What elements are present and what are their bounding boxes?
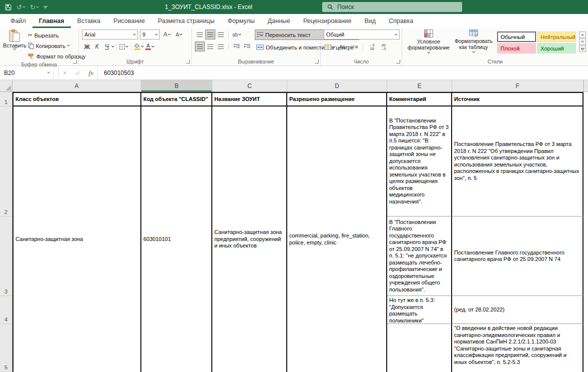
cell-e4[interactable]: Но тут же в п. 5.3: "Допускается размеща… [387,296,452,324]
row-header-4[interactable]: 4 [0,296,12,324]
row-header-5[interactable]: 5 [0,324,12,372]
cell-a1[interactable]: Класс объектов [12,92,141,106]
cell-f3[interactable]: Постановление Главного государственного … [452,216,584,296]
row-header-1[interactable]: 1 [0,92,12,106]
align-bottom-button[interactable] [216,30,226,40]
align-top-button[interactable] [195,30,205,40]
name-box[interactable]: B20 [0,66,54,80]
cell-f4[interactable]: (ред. от 28.02.2022) [452,296,584,324]
tab-file[interactable]: Файл [4,14,32,28]
column-header-d[interactable]: D [287,80,387,92]
formula-input[interactable]: 603010503 [97,66,588,80]
italic-button[interactable]: К [92,42,102,52]
insert-function-button[interactable]: fx [84,66,97,80]
redo-button[interactable]: ↻ [30,4,38,11]
column-header-f[interactable]: F [452,80,584,92]
dialog-launcher-icon[interactable] [73,60,77,64]
chevron-down-icon [395,32,398,36]
cell-f1[interactable]: Источник [452,92,584,106]
row-header-3[interactable]: 3 [0,216,12,296]
font-name-combobox[interactable]: Arial [82,30,138,40]
select-all-corner[interactable] [0,80,12,92]
percent-style-button[interactable]: % [338,42,348,52]
cell-d1[interactable]: Разрешено размещение [287,92,387,106]
dialog-launcher-icon[interactable] [315,60,319,64]
bold-button[interactable]: Ж [82,42,92,52]
format-painter-button[interactable]: Формат по образцу [26,51,87,62]
cell-a2-merged[interactable]: Санитарно-защитная зона [12,106,141,372]
tab-insert[interactable]: Вставка [71,14,107,28]
shrink-font-button[interactable]: А [174,30,184,40]
tab-page-layout[interactable]: Разметка страницы [151,14,221,28]
number-format-combobox[interactable]: Общий [324,30,400,40]
borders-button[interactable] [118,42,129,52]
undo-button[interactable]: ↺ [16,4,25,11]
styles-group: Условное форматирование Форматировать ка… [402,28,588,66]
style-chip-good[interactable]: Хороший [537,43,576,54]
align-center-button[interactable] [205,42,215,52]
formula-bar-handle[interactable] [54,66,58,80]
chevron-up-icon [168,34,171,36]
cell-e5[interactable] [387,324,452,372]
tab-help[interactable]: Справка [382,14,420,28]
search-input[interactable]: Поиск [322,2,462,12]
chevron-down-icon [179,32,182,36]
column-header-c[interactable]: C [212,80,287,92]
dialog-launcher-icon[interactable] [396,60,400,64]
paste-button[interactable]: Вставить [3,30,26,62]
row-header-2[interactable]: 2 [0,106,12,216]
column-header-b[interactable]: B [141,80,212,92]
increase-decimal-button[interactable]: ←0.00 [367,42,377,52]
increase-indent-button[interactable] [242,42,252,52]
copy-button[interactable]: Копировать [26,40,87,51]
tab-view[interactable]: Вид [358,14,383,28]
column-header-e[interactable]: E [387,80,452,92]
decrease-indent-button[interactable] [231,42,241,52]
gallery-more-button[interactable] [579,46,586,52]
accounting-format-button[interactable] [324,42,336,52]
tab-data[interactable]: Данные [261,14,297,28]
fill-color-button[interactable] [133,42,144,52]
customize-quick-access-icon[interactable] [43,6,47,8]
tab-formulas[interactable]: Формулы [221,14,261,28]
style-chip-bad[interactable]: Плохой [497,43,536,54]
cell-e1[interactable]: Комментарий [387,92,452,106]
cell-f2[interactable]: Постановление Правительства РФ от 3 март… [452,106,584,216]
font-size-combobox[interactable]: 9 [140,30,160,40]
font-color-icon: А [145,44,151,50]
grow-font-button[interactable]: А [162,30,172,40]
cancel-button[interactable]: × [58,66,71,80]
chevron-down-icon[interactable] [111,44,114,48]
cut-button[interactable]: ✂ Вырезать [26,30,87,40]
cell-c1[interactable]: Название ЗОУИТ [212,92,287,106]
enter-button[interactable]: ✓ [71,66,84,80]
tab-draw[interactable]: Рисование [107,14,151,28]
format-as-table-button[interactable]: Форматировать как таблицу [453,30,494,57]
conditional-formatting-button[interactable]: Условное форматирование [407,30,450,57]
cell-e3[interactable]: В "Постановлении Главного государственно… [387,216,452,296]
underline-button[interactable]: Ч [102,42,112,52]
style-chip-neutral[interactable]: Нейтральный [537,32,576,42]
comma-style-button[interactable]: 000 [349,42,359,52]
orientation-button[interactable]: ab [231,30,242,40]
column-header-a[interactable]: A [12,80,141,92]
cell-b1[interactable]: Код объекта "CLASSID" [141,92,212,106]
align-middle-button[interactable] [205,30,215,40]
gallery-scroll-up-button[interactable] [579,32,586,38]
gallery-scroll-down-button[interactable] [579,38,586,45]
tab-home[interactable]: Главная [32,14,71,28]
align-right-button[interactable] [216,42,226,52]
cell-f5[interactable]: "О введении в действие новой редакции са… [452,324,584,372]
dialog-launcher-icon[interactable] [186,60,190,64]
align-left-button[interactable] [195,42,205,52]
cell-b2-merged[interactable]: 603010101 [141,106,212,372]
decrease-decimal-button[interactable]: .00→0 [378,42,388,52]
font-color-button[interactable]: А [144,42,155,52]
cell-c2-merged[interactable]: Санитарно-защитная зона предприятий, соо… [212,106,287,372]
save-icon[interactable] [5,4,11,10]
tab-review[interactable]: Рецензирование [297,14,358,28]
style-chip-normal[interactable]: Обычный [497,32,536,42]
clipboard-group: Вставить ✂ Вырезать Копировать Формат по… [0,28,79,66]
cell-e2[interactable]: В "Постановлении Правительства РФ от 3 м… [387,106,452,216]
cell-d2-merged[interactable]: commercial, parking, fire_station, polic… [287,106,387,372]
